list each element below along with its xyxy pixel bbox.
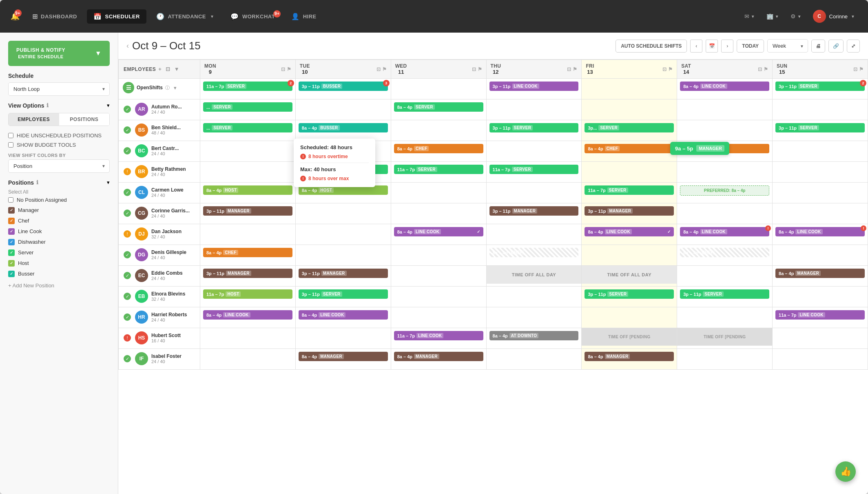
shift-pill[interactable]: 3p – 11p SERVER (489, 123, 579, 132)
toggle-positions-btn[interactable]: POSITIONS (59, 113, 110, 126)
building-button[interactable]: 🏢 ▼ (762, 10, 784, 23)
user-menu[interactable]: C Corinne ▼ (808, 7, 860, 25)
shift-pill[interactable]: 3p – 11p SERVER (775, 123, 865, 132)
preferred-shift[interactable]: PREFERRED: 8a – 4p (680, 185, 769, 196)
shift-pill[interactable]: 3p – 11p SERVER (680, 289, 769, 299)
toggle-employees-btn[interactable]: EMPLOYEES (9, 113, 59, 126)
prev-week-button[interactable]: ‹ (690, 40, 702, 53)
nav-dashboard[interactable]: ⊞ DASHBOARD (26, 9, 84, 24)
next-week-button[interactable]: › (721, 40, 733, 53)
nav-attendance[interactable]: 🕐 ATTENDANCE ▼ (150, 9, 221, 24)
nav-notifications[interactable]: 🔔 9+ (8, 9, 22, 24)
shift-pill[interactable]: 11a – 7p LINE COOK (775, 310, 865, 320)
shift-pill[interactable]: 8a – 4p LINE COOK ✓ (394, 227, 483, 236)
sun-copy-icon[interactable]: ⊡ (853, 66, 857, 72)
shift-pill[interactable]: 11a – 7p SERVER 2 (203, 82, 292, 91)
position-manager[interactable]: ✓ Manager (8, 205, 110, 216)
expand-button[interactable]: ⤢ (847, 40, 860, 53)
mon-copy-icon[interactable]: ⊡ (281, 66, 285, 72)
sort-icon[interactable]: ▼ (174, 66, 179, 72)
copy-icon[interactable]: ⊡ (166, 66, 170, 72)
shift-pill[interactable]: 3p – 11p LINE COOK (489, 82, 579, 91)
location-select[interactable]: North Loop (8, 82, 110, 96)
fri-copy-icon[interactable]: ⊡ (662, 66, 666, 72)
nav-hire[interactable]: 👤 HIRE (285, 9, 323, 24)
shift-pill[interactable]: 8a – 4p MANAGER (775, 269, 865, 278)
shift-pill[interactable]: 8a – 4p MANAGER (299, 352, 388, 361)
nav-workchat[interactable]: 💬 WORKCHAT 9+ (224, 9, 281, 24)
mon-flag-icon[interactable]: ⚑ (287, 66, 291, 72)
shift-pill[interactable]: 8a – 4p CHEF (203, 248, 292, 257)
position-busser[interactable]: ✓ Busser (8, 269, 110, 279)
shift-pill[interactable]: 3p – 11p MANAGER (299, 269, 388, 278)
shift-pill[interactable]: 3p... SERVER (585, 123, 674, 132)
manager-shift-highlight[interactable]: 9a – 5p MANAGER (670, 142, 729, 155)
shift-pill[interactable]: 8a – 4p SERVER (394, 102, 483, 112)
shift-pill[interactable]: 3p – 11p BUSSER 3 (299, 82, 388, 91)
shift-pill[interactable]: 3p – 11p SERVER (299, 289, 388, 299)
sat-copy-icon[interactable]: ⊡ (758, 66, 762, 72)
fri-flag-icon[interactable]: ⚑ (668, 66, 673, 72)
shift-pill[interactable]: 8a – 4p CHEF (585, 144, 674, 153)
position-dishwasher[interactable]: ✓ Dishwasher (8, 237, 110, 247)
shift-pill[interactable]: 8a – 4p HOST (203, 185, 292, 195)
shift-pill[interactable]: 8a – 4p CHEF (489, 248, 579, 257)
auto-schedule-button[interactable]: AUTO SCHEDULE SHIFTS (616, 40, 687, 53)
shift-pill[interactable]: 8a – 4p LINE COOK (680, 82, 769, 91)
fab-button[interactable]: 👍 (835, 461, 856, 482)
shift-pill[interactable]: 11a – 7p HOST (203, 289, 292, 299)
thu-copy-icon[interactable]: ⊡ (567, 66, 571, 72)
shift-color-select-wrapper[interactable]: Position (8, 159, 110, 173)
tue-copy-icon[interactable]: ⊡ (376, 66, 381, 72)
shift-pill[interactable]: 8a – 4p LINE COOK ! (775, 227, 865, 236)
back-arrow[interactable]: ‹ (126, 42, 129, 50)
tue-flag-icon[interactable]: ⚑ (382, 66, 387, 72)
shift-pill[interactable]: 8a – 4p LINE COOK (203, 310, 292, 320)
wed-flag-icon[interactable]: ⚑ (478, 66, 482, 72)
position-server[interactable]: ✓ Server (8, 247, 110, 258)
show-budget-checkbox[interactable]: SHOW BUDGET TOOLS (8, 140, 110, 150)
link-button[interactable]: 🔗 (828, 40, 844, 53)
print-button[interactable]: 🖨 (811, 40, 825, 53)
thu-flag-icon[interactable]: ⚑ (573, 66, 577, 72)
shift-pill[interactable]: 11a – 7p LINE COOK (394, 331, 483, 340)
shift-pill[interactable]: 11a – 7p SERVER (394, 165, 483, 174)
add-employee-icon[interactable]: + (158, 66, 162, 72)
shift-pill[interactable]: 8a – 4p BUSSER (299, 123, 388, 132)
week-view-select[interactable]: Week (767, 39, 808, 53)
position-chef[interactable]: ✓ Chef (8, 216, 110, 226)
add-position-link[interactable]: + Add New Position (8, 282, 110, 289)
shift-pill[interactable]: 3p – 11p MANAGER (203, 206, 292, 216)
position-no-position[interactable]: No Position Assigned (8, 195, 110, 205)
shift-pill[interactable]: 3p – 11p SERVER 2 (775, 82, 865, 91)
shift-pill[interactable]: 11a – 7p SERVER (489, 165, 579, 174)
shift-pill[interactable]: 8a – 4p MANAGER (585, 352, 674, 361)
wed-copy-icon[interactable]: ⊡ (472, 66, 476, 72)
select-all-link[interactable]: Select All (8, 189, 110, 195)
shift-pill[interactable]: 8a – 4p CHEF (680, 248, 769, 257)
calendar-icon-button[interactable]: 📅 (706, 40, 718, 53)
shift-pill[interactable]: 3p – 11p MANAGER (489, 206, 579, 216)
shift-pill[interactable]: 11a – 7p SERVER (585, 185, 674, 195)
sun-flag-icon[interactable]: ⚑ (859, 66, 864, 72)
sat-flag-icon[interactable]: ⚑ (764, 66, 768, 72)
open-shifts-expand[interactable]: ▾ (174, 85, 177, 91)
shift-pill[interactable]: 8a – 4p MANAGER (394, 352, 483, 361)
shift-color-select[interactable]: Position (8, 159, 110, 173)
view-options-header[interactable]: View Options ℹ ▾ (8, 102, 110, 109)
location-select-wrapper[interactable]: North Loop (8, 82, 110, 96)
publish-notify-button[interactable]: PUBLISH & NOTIFY ENTIRE SCHEDULE ▼ (8, 41, 110, 66)
shift-pill[interactable]: 3p – 11p MANAGER (585, 206, 674, 216)
hide-unscheduled-checkbox[interactable]: HIDE UNSCHEDULED POSITIONS (8, 131, 110, 140)
shift-pill[interactable]: 3p – 11p MANAGER (203, 269, 292, 278)
week-view-select-wrapper[interactable]: Week (767, 39, 808, 53)
shift-pill[interactable]: 3p – 11p SERVER (585, 289, 674, 299)
mail-button[interactable]: ✉ ▼ (740, 10, 760, 23)
nav-scheduler[interactable]: 📅 SCHEDULER (87, 9, 146, 24)
shift-pill[interactable]: 8a – 4p LINE COOK (299, 310, 388, 320)
position-line-cook[interactable]: ✓ Line Cook (8, 226, 110, 237)
shift-pill[interactable]: 8a – 4p CHEF (394, 144, 483, 153)
shift-pill[interactable]: ... SERVER (203, 102, 292, 112)
shift-pill[interactable]: 8a – 4p AT DOWNTO (489, 331, 579, 340)
today-button[interactable]: TODAY (737, 40, 764, 53)
